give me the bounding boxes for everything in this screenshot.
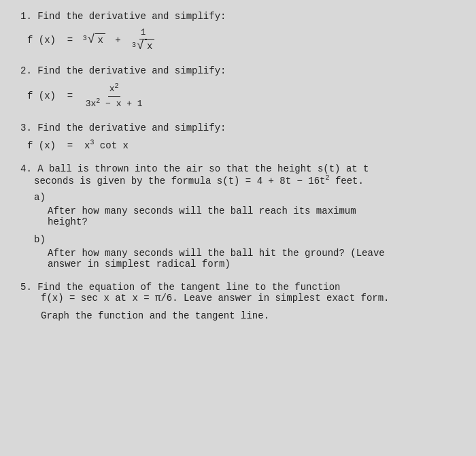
problem-5-line3: Graph the function and the tangent line. — [41, 310, 456, 321]
problem-2: 2. Find the derivative and simplify: f (… — [20, 65, 456, 110]
sub-a-label: a) — [34, 192, 456, 203]
problem-4-header: 4. A ball is thrown into the air so that… — [20, 163, 456, 186]
problem-4-text: A ball is thrown into the air so that th… — [37, 163, 369, 174]
problem-4: 4. A ball is thrown into the air so that… — [20, 163, 456, 270]
problem-2-text: Find the derivative and simplify: — [37, 65, 226, 76]
problem-5: 5. Find the equation of the tangent line… — [20, 282, 456, 321]
problem-1: 1. Find the derivative and simplify: f (… — [20, 11, 456, 53]
denominator-3x2-x-1: 3x2 − x + 1 — [84, 97, 144, 111]
sup-2b: 2 — [96, 97, 100, 105]
problem-1-equation: f (x) = 3 √ x + 1 3 √ x — [27, 27, 456, 53]
sub-a-body: After how many seconds will the ball rea… — [48, 206, 456, 227]
problem-5-header: 5. Find the equation of the tangent line… — [20, 282, 456, 293]
sub-a-line2: height? — [48, 216, 456, 227]
denominator-cuberoot-x: 3 √ x — [131, 39, 156, 54]
sub-b-line2: answer in simplest radical form) — [48, 259, 456, 270]
radical-content-x: x — [95, 33, 105, 48]
radical-sign-2: √ — [137, 39, 144, 52]
problem-3: 3. Find the derivative and simplify: f (… — [20, 123, 456, 151]
problem-4-number: 4. — [20, 163, 32, 174]
radical-content-x2: x — [145, 39, 154, 54]
problem-5-line2: f(x) = sec x at x = π/6. Leave answer in… — [41, 293, 456, 304]
radical-sign-1: √ — [88, 33, 95, 46]
radical-index-3: 3 — [83, 35, 87, 42]
sub-b-body: After how many seconds will the ball hit… — [48, 248, 456, 270]
cube-root-x: 3 √ x — [83, 33, 105, 48]
sup-3: 3 — [90, 139, 94, 146]
problem-1-text: Find the derivative and simplify: — [37, 11, 226, 22]
fraction-1-over-cuberoot-x: 1 3 √ x — [131, 27, 156, 53]
sub-b-line1: After how many seconds will the ball hit… — [48, 248, 456, 259]
problem-5-line1: Find the equation of the tangent line to… — [37, 282, 340, 293]
problem-2-header: 2. Find the derivative and simplify: — [20, 65, 456, 76]
problem-3-equation: f (x) = x3 cot x — [27, 139, 456, 151]
fx-label-1: f (x) = — [27, 35, 79, 46]
sub-b-label: b) — [34, 234, 456, 245]
problem-1-header: 1. Find the derivative and simplify: — [20, 11, 456, 22]
problem-3-header: 3. Find the derivative and simplify: — [20, 123, 456, 133]
problem-4-text2: seconds is given by the formula s(t) = 4… — [34, 176, 364, 186]
problem-2-equation: f (x) = x2 3x2 − x + 1 — [27, 82, 456, 110]
sup-2a: 2 — [115, 82, 119, 90]
fx-label-3: f (x) = x3 cot x — [27, 139, 129, 151]
sup-4: 2 — [325, 174, 329, 182]
numerator-1: 1 — [139, 27, 147, 39]
plus-sign-1: + — [109, 35, 126, 46]
sub-a-line1: After how many seconds will the ball rea… — [48, 206, 456, 216]
problem-2-number: 2. — [20, 65, 32, 76]
fx-label-2: f (x) = — [27, 91, 79, 101]
problem-4a: a) After how many seconds will the ball … — [34, 192, 456, 227]
fraction-x2-over-3x2-x-1: x2 3x2 − x + 1 — [84, 82, 144, 110]
problem-1-number: 1. — [20, 11, 32, 22]
numerator-x2: x2 — [108, 82, 120, 97]
problem-3-text: Find the derivative and simplify: — [37, 123, 226, 133]
radical-index-3b: 3 — [132, 41, 136, 50]
problem-3-number: 3. — [20, 123, 32, 133]
problem-5-number: 5. — [20, 282, 32, 293]
cube-root-x-denom: 3 √ x — [132, 39, 154, 54]
problem-4b: b) After how many seconds will the ball … — [34, 234, 456, 270]
